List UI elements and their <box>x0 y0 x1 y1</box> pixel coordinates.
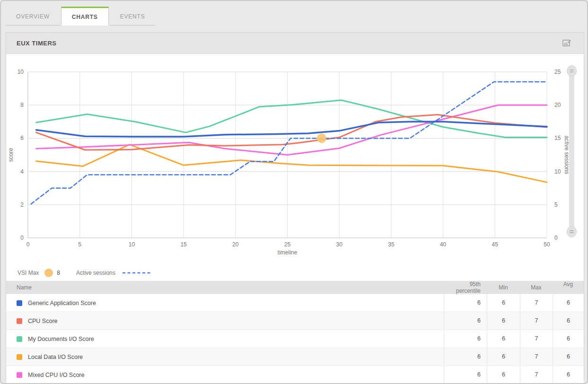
table-row[interactable]: Mixed CPU I/O Score6676 <box>6 366 584 384</box>
max-value: 7 <box>520 330 553 348</box>
y-axis-right-tick: 25 <box>554 69 561 75</box>
row-name-cell: My Documents I/O Score <box>6 336 444 342</box>
95th-percentile-value: 6 <box>444 348 487 366</box>
table-row[interactable]: Generic Application Score6676 <box>6 294 584 312</box>
series-name-label: CPU Score <box>28 318 58 324</box>
legend-vsi-max-value: 8 <box>57 270 60 276</box>
min-value: 6 <box>487 348 520 366</box>
y-axis-right-tick: 0 <box>554 235 558 241</box>
series-color-swatch <box>17 336 22 342</box>
table-row[interactable]: CPU Score6676 <box>6 312 584 330</box>
series-line-generic-application-score <box>36 122 547 137</box>
max-value: 7 <box>520 348 553 366</box>
x-axis-tick: 30 <box>336 241 343 248</box>
y-axis-right-tick: 5 <box>554 201 558 208</box>
x-axis-tick: 10 <box>129 241 135 248</box>
95th-percentile-value: 6 <box>444 312 487 330</box>
vsi-max-marker-swatch <box>44 269 53 277</box>
column-header-avg: Avg <box>553 281 584 288</box>
legend-active-sessions-label: Active sessions <box>76 270 115 276</box>
95th-percentile-value: 6 <box>444 366 487 384</box>
chart-canvas: 0246810051015202505101520253035404550tim… <box>6 54 584 264</box>
max-value: 7 <box>520 294 553 312</box>
table-header-row: Name 95th percentile Min Max Avg <box>6 281 584 294</box>
95th-percentile-value: 6 <box>444 330 487 348</box>
row-name-cell: CPU Score <box>6 318 444 324</box>
chart-edit-icon <box>562 38 572 48</box>
avg-value: 6 <box>553 312 584 330</box>
chart-legend: VSI Max 8 Active sessions <box>6 264 584 281</box>
column-header-95th-percentile: 95th percentile <box>444 281 487 294</box>
x-axis-tick: 0 <box>26 241 30 248</box>
y-axis-left-title: score <box>8 148 14 162</box>
avg-value: 6 <box>553 366 584 384</box>
series-line-mixed-cpu-i-o-score <box>36 105 547 155</box>
range-slider-handle-top[interactable] <box>567 66 577 77</box>
table-row[interactable]: Local Data I/O Score6676 <box>6 348 584 366</box>
table-row[interactable]: My Documents I/O Score6676 <box>6 330 584 348</box>
avg-value: 6 <box>553 348 584 366</box>
eux-timers-chart: 0246810051015202505101520253035404550tim… <box>6 54 584 264</box>
y-axis-right-title: active sessions <box>563 136 570 174</box>
table-body: Generic Application Score6676CPU Score66… <box>6 294 584 384</box>
panel-header: EUX TIMERS <box>6 33 584 54</box>
max-value: 7 <box>520 312 553 330</box>
y-axis-right-tick: 10 <box>554 168 561 175</box>
y-axis-left-tick: 6 <box>20 135 24 141</box>
x-axis-tick: 45 <box>492 241 499 248</box>
sessions-range-slider-track[interactable] <box>569 70 574 233</box>
series-name-label: Mixed CPU I/O Score <box>28 372 84 378</box>
panel-title: EUX TIMERS <box>17 40 56 47</box>
y-axis-left-tick: 10 <box>18 69 24 75</box>
range-slider-handle-bottom[interactable] <box>567 227 577 237</box>
95th-percentile-value: 6 <box>444 294 487 312</box>
eux-timers-panel: EUX TIMERS 02468100510152025051015202530… <box>6 32 584 381</box>
series-line-active-sessions <box>31 82 547 204</box>
series-name-label: Generic Application Score <box>28 300 96 306</box>
series-color-swatch <box>17 372 22 378</box>
y-axis-left-tick: 4 <box>20 168 24 175</box>
y-axis-right-tick: 20 <box>554 102 561 108</box>
y-axis-right-tick: 15 <box>554 135 561 141</box>
y-axis-left-tick: 8 <box>20 102 24 108</box>
row-name-cell: Mixed CPU I/O Score <box>6 372 444 378</box>
min-value: 6 <box>487 366 520 384</box>
tab-overview[interactable]: OVERVIEW <box>6 8 60 26</box>
x-axis-tick: 25 <box>284 241 291 248</box>
x-axis-tick: 5 <box>78 241 81 248</box>
y-axis-left-tick: 0 <box>20 235 24 241</box>
legend-vsi-max-label: VSI Max <box>18 270 39 276</box>
y-axis-left-tick: 2 <box>20 201 24 208</box>
tab-charts[interactable]: CHARTS <box>61 7 109 26</box>
series-color-swatch <box>17 318 22 324</box>
x-axis-tick: 35 <box>388 241 395 248</box>
active-sessions-dash-sample <box>122 271 151 274</box>
min-value: 6 <box>487 294 520 312</box>
x-axis-title: timeline <box>278 249 298 256</box>
row-name-cell: Local Data I/O Score <box>6 354 444 360</box>
chart-settings-button[interactable] <box>561 37 572 49</box>
min-value: 6 <box>487 330 520 348</box>
column-header-min: Min <box>487 284 520 291</box>
column-header-max: Max <box>520 284 553 291</box>
max-value: 7 <box>520 366 553 384</box>
min-value: 6 <box>487 312 520 330</box>
x-axis-tick: 50 <box>544 241 550 248</box>
column-header-name: Name <box>6 284 444 291</box>
scores-table: Name 95th percentile Min Max Avg Generic… <box>6 281 584 384</box>
tab-bar: OVERVIEW CHARTS EVENTS <box>6 7 156 26</box>
series-name-label: My Documents I/O Score <box>28 336 94 342</box>
avg-value: 6 <box>553 330 584 348</box>
x-axis-tick: 40 <box>440 241 447 248</box>
x-axis-tick: 15 <box>180 241 187 248</box>
vsi-max-marker <box>317 133 326 143</box>
series-name-label: Local Data I/O Score <box>28 354 83 360</box>
tab-events[interactable]: EVENTS <box>110 8 156 26</box>
series-color-swatch <box>17 300 22 306</box>
series-color-swatch <box>17 354 22 360</box>
x-axis-tick: 20 <box>232 241 239 248</box>
avg-value: 6 <box>553 294 584 312</box>
row-name-cell: Generic Application Score <box>6 300 444 306</box>
